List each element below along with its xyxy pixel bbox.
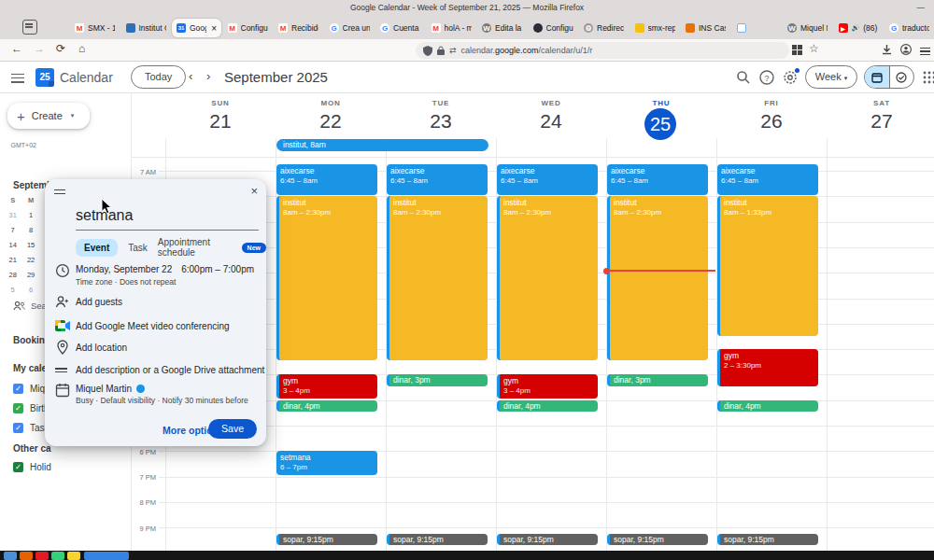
day-number[interactable]: 24 — [496, 110, 606, 133]
event-block[interactable]: institut8am – 2:30pm — [497, 196, 598, 360]
event-block[interactable]: institut8am – 2:30pm — [387, 196, 488, 360]
tab-task[interactable]: Task — [128, 243, 148, 253]
browser-tab[interactable]: Gtraductor - — [884, 19, 934, 37]
event-block[interactable]: institut8am – 2:30pm — [276, 196, 377, 360]
browser-tab[interactable]: MholA - miq — [427, 19, 476, 37]
browser-tab[interactable]: WMiquel Ma — [783, 19, 832, 37]
title-underline — [76, 230, 259, 231]
event-block[interactable]: dinar, 4pm — [276, 400, 377, 412]
owner-settings[interactable]: Busy · Default visibility · Notify 30 mi… — [76, 396, 248, 405]
taskbar-app-icon[interactable] — [67, 552, 80, 560]
add-location-row[interactable]: Add location — [76, 343, 127, 353]
browser-tab[interactable]: INS Castell — [681, 19, 730, 37]
event-block[interactable]: gym3 – 4pm — [276, 374, 377, 399]
save-button[interactable]: Save — [208, 419, 257, 439]
browser-tab[interactable]: GCuenta de — [375, 19, 425, 37]
dialog-tabs: Event Task Appointment schedule New — [76, 237, 266, 258]
forward-icon[interactable]: → — [34, 42, 45, 55]
tab-appointment-schedule[interactable]: Appointment schedule — [158, 237, 237, 258]
download-icon[interactable] — [882, 45, 892, 55]
event-block[interactable]: setmana6 – 7pm — [276, 451, 377, 475]
browser-tab[interactable] — [732, 19, 782, 37]
browser-tab[interactable]: Institut Ca — [121, 19, 171, 37]
browser-tab-active[interactable]: 31Google C× — [172, 19, 221, 37]
event-block[interactable]: dinar, 4pm — [717, 400, 818, 412]
event-time: 8am – 2:30pm — [614, 208, 704, 218]
lock-icon[interactable] — [437, 46, 445, 55]
taskbar[interactable] — [0, 551, 934, 560]
event-block[interactable]: gym2 – 3:30pm — [717, 349, 818, 385]
event-block[interactable]: dinar, 3pm — [387, 374, 488, 385]
event-block[interactable]: institut8am – 2:30pm — [607, 196, 708, 360]
google-meet-icon — [55, 318, 70, 333]
tab-title: smx-repte_ — [648, 23, 675, 33]
tab-event[interactable]: Event — [76, 239, 118, 257]
event-block[interactable]: gym3 – 4pm — [497, 374, 598, 399]
home-icon[interactable]: ⌂ — [78, 42, 85, 55]
event-block[interactable]: sopar, 9:15pm — [717, 534, 818, 545]
browser-tab[interactable]: WEdita la pà — [477, 19, 527, 37]
taskbar-active-app[interactable] — [84, 552, 129, 560]
taskbar-app-icon[interactable] — [35, 552, 49, 560]
tab-close-icon[interactable]: × — [211, 23, 217, 34]
owner-row[interactable]: Miquel Martin — [76, 384, 145, 394]
browser-tab[interactable]: GCrea una c — [325, 19, 375, 37]
shield-icon[interactable] — [423, 46, 432, 56]
day-number[interactable]: 21 — [165, 110, 276, 133]
close-icon[interactable]: × — [250, 184, 258, 198]
tab-title: (86) 3 P — [863, 23, 878, 33]
add-guests-row[interactable]: Add guests — [76, 297, 122, 307]
browser-tab[interactable]: MSMX - 1 - C — [70, 19, 120, 37]
url-bar[interactable]: ⇄ calendar.google.com/calendar/u/1/r — [416, 42, 789, 59]
taskbar-app-icon[interactable] — [20, 552, 33, 560]
event-block[interactable]: sopar, 9:15pm — [276, 534, 377, 545]
favicon-gmail-icon: M — [228, 23, 237, 33]
tab-title: Miquel Ma — [800, 23, 828, 33]
day-number[interactable]: 23 — [386, 110, 496, 133]
browser-tab[interactable]: MRecibidos ( — [274, 19, 323, 37]
event-block[interactable]: institut8am – 1:33pm — [717, 196, 818, 336]
browser-tab[interactable]: ▶🔊(86) 3 P — [834, 19, 884, 37]
add-description-row[interactable]: Add description or a Google Drive attach… — [76, 365, 264, 375]
browser-tab[interactable]: Configurac — [529, 19, 578, 37]
tab-title: Cuenta de — [393, 23, 420, 33]
event-block[interactable]: sopar, 9:15pm — [387, 534, 488, 545]
account-icon[interactable] — [900, 44, 912, 55]
hour-tick — [159, 502, 165, 503]
tab-grid-icon[interactable] — [792, 45, 802, 55]
event-block[interactable]: aixecarse6:45 – 8am — [387, 164, 488, 195]
day-number[interactable]: 26 — [716, 110, 827, 133]
taskbar-app-icon[interactable] — [51, 552, 64, 560]
browser-tab[interactable]: smx-repte_ — [630, 19, 680, 37]
container-swap-icon[interactable]: ⇄ — [449, 46, 457, 55]
event-block[interactable]: aixecarse6:45 – 8am — [717, 164, 818, 195]
menu-icon[interactable] — [920, 46, 930, 57]
event-block[interactable]: aixecarse6:45 – 8am — [607, 164, 708, 195]
day-number[interactable]: 22 — [276, 110, 386, 133]
back-icon[interactable]: ← — [11, 42, 22, 55]
event-block[interactable]: sopar, 9:15pm — [607, 534, 708, 545]
browser-tab[interactable]: MConfigurac — [223, 19, 273, 37]
event-block[interactable]: aixecarse6:45 – 8am — [276, 164, 377, 195]
event-block[interactable]: dinar, 3pm — [607, 374, 708, 385]
event-block[interactable]: dinar, 4pm — [497, 400, 598, 412]
hour-label: 6 PM — [128, 448, 156, 456]
favicon-google-icon: G — [380, 23, 389, 33]
event-block[interactable]: sopar, 9:15pm — [497, 534, 598, 545]
allday-event[interactable]: institut, 8am — [276, 139, 488, 151]
drag-handle-icon[interactable] — [54, 189, 65, 194]
taskbar-app-icon[interactable] — [4, 552, 17, 560]
day-number[interactable]: 27 — [827, 110, 934, 133]
bookmark-star-icon[interactable]: ☆ — [809, 42, 819, 55]
add-meet-row[interactable]: Add Google Meet video conferencing — [76, 321, 230, 331]
event-datetime[interactable]: Monday, September 226:00pm – 7:00pm — [76, 264, 254, 274]
timezone-repeat[interactable]: Time zone · Does not repeat — [76, 277, 176, 287]
event-block[interactable]: aixecarse6:45 – 8am — [497, 164, 598, 195]
event-create-dialog: × setmana Event Task Appointment schedul… — [45, 179, 266, 446]
reload-icon[interactable]: ⟳ — [56, 42, 65, 55]
day-number-today[interactable]: 25 — [644, 108, 676, 140]
event-title: aixecarse — [611, 166, 704, 176]
browser-tab[interactable]: ⚙Redirecció — [579, 19, 629, 37]
minimize-button[interactable]: — — [917, 0, 926, 16]
tab-list-icon[interactable] — [22, 20, 37, 35]
